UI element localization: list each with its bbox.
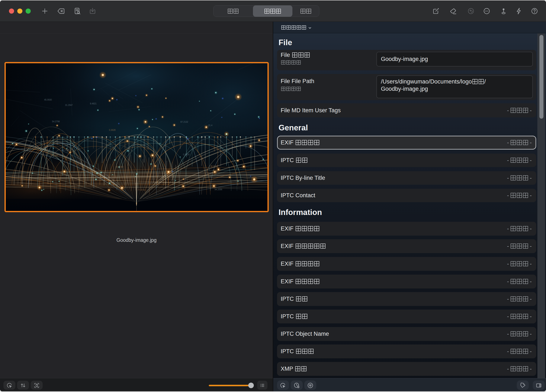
svg-text:45.0930: 45.0930 (44, 99, 52, 101)
svg-text:54.2798: 54.2798 (52, 120, 60, 123)
svg-text:42.2042: 42.2042 (116, 166, 124, 168)
svg-text:8.4821: 8.4821 (90, 102, 97, 105)
svg-text:64.2798: 64.2798 (61, 149, 69, 152)
svg-text:36.8711: 36.8711 (210, 165, 218, 167)
svg-text:77.4731: 77.4731 (137, 189, 145, 191)
svg-text:7.1723: 7.1723 (100, 176, 107, 178)
svg-text:0.3625: 0.3625 (183, 153, 190, 156)
svg-text:31.2947: 31.2947 (65, 104, 73, 106)
svg-text:21.4: 21.4 (208, 124, 212, 126)
svg-text:47.2132: 47.2132 (50, 154, 58, 157)
svg-text:87.2132: 87.2132 (181, 121, 188, 123)
svg-text:0.3628: 0.3628 (109, 129, 116, 131)
svg-text:94.2056: 94.2056 (214, 188, 222, 191)
